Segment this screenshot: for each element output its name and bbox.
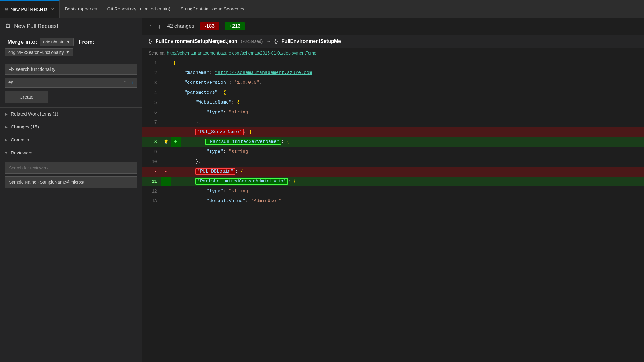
commits-section[interactable]: ▶ Commits (0, 133, 142, 146)
code-line-add-2: 11 + "PartsUnlimitedServerAdminLogin": { (142, 177, 644, 186)
merge-branch-chevron: ▼ (66, 39, 70, 44)
line-num-6: 6 (142, 108, 161, 117)
tab-bootstrapper-label: Bootstrapper.cs (65, 6, 97, 11)
info-icon[interactable]: ℹ (132, 80, 134, 86)
code-content-del-1: "PUL_ServerName": { (171, 127, 644, 137)
diff-marker-4 (161, 88, 171, 98)
schema-url[interactable]: http://schema.management.azure.com/schem… (167, 51, 316, 55)
diff-marker-10 (161, 157, 171, 167)
reviewers-label: Reviewers (11, 150, 32, 155)
code-content-del-2: "PUL_DBLogin": { (171, 167, 644, 177)
changes-label: Changes (15) (11, 124, 39, 129)
main-layout: ⚙ New Pull Request Merge into: origin/ma… (0, 18, 644, 362)
code-content-2: "$schema": "http://schema.management.azu… (171, 68, 644, 78)
related-work-items-section[interactable]: ▶ Related Work Items (1) (0, 107, 142, 120)
code-content-add-1: "PartsUnlimitedServerName": { (181, 137, 644, 147)
tab-git-repo-label: Git Repository...nlimited (main) (107, 6, 170, 11)
commits-label: Commits (11, 137, 29, 142)
schema-label: Schema: (149, 51, 166, 55)
line-num-1: 1 (142, 58, 161, 68)
merge-branch-label: origin/main (43, 39, 64, 44)
file-icon: {} (149, 39, 152, 44)
code-line-3: 3 "contentVersion": "1.0.0.0", (142, 78, 644, 88)
line-num-10: 10 (142, 157, 161, 167)
tab-bootstrapper[interactable]: Bootstrapper.cs (60, 0, 102, 18)
code-line-12: 12 "type": "string", (142, 186, 644, 196)
code-content-9: "type": "string" (171, 147, 644, 157)
tab-git-repo[interactable]: Git Repository...nlimited (main) (102, 0, 175, 18)
commits-chevron: ▶ (5, 138, 8, 142)
diff-marker-2 (161, 68, 171, 78)
line-num-12: 12 (142, 186, 161, 196)
navigate-down-button[interactable]: ↓ (158, 23, 161, 30)
code-line-4: 4 "parameters": { (142, 88, 644, 98)
line-num-4: 4 (142, 88, 161, 98)
tab-string-contain[interactable]: StringContain...oductSearch.cs (175, 0, 249, 18)
diff-marker-3 (161, 78, 171, 88)
pr-title-input[interactable] (5, 64, 137, 75)
diff-marker-add-2: + (161, 177, 171, 186)
file-arrow: → (266, 39, 271, 44)
pr-header: ⚙ New Pull Request (0, 18, 142, 35)
changes-count: 42 changes (167, 23, 194, 29)
merge-branch-select[interactable]: origin/main ▼ (40, 38, 74, 46)
line-num-7: 7 (142, 117, 161, 127)
diff-marker-6 (161, 108, 171, 117)
from-branch-select[interactable]: origin/FixSearchFunctionality ▼ (5, 48, 73, 56)
hash-icon: # (123, 80, 126, 86)
form-section: #8 # | ℹ Create (0, 59, 142, 107)
related-work-items-label: Related Work Items (1) (11, 111, 58, 116)
right-panel: ↑ ↓ 42 changes -183 +213 {} FullEnvironm… (142, 18, 644, 362)
from-branch-chevron: ▼ (66, 50, 70, 55)
code-line-13: 13 "defaultValue": "AdminUser" (142, 196, 644, 206)
line-num-del-1: - (142, 127, 161, 137)
tab-new-pr-pin: ⊞ (5, 7, 8, 11)
code-content-add-2: "PartsUnlimitedServerAdminLogin": { (171, 177, 644, 186)
navigate-up-button[interactable]: ↑ (149, 23, 152, 30)
schema-line: Schema: http://schema.management.azure.c… (142, 48, 644, 58)
tab-new-pr[interactable]: ⊞ New Pull Request ✕ (0, 0, 60, 18)
file-icon-2: {} (274, 39, 278, 44)
pr-title-label: New Pull Request (14, 23, 58, 30)
code-line-10: 10 }, (142, 157, 644, 167)
diff-marker-del-2: - (161, 167, 171, 177)
deletions-badge: -183 (200, 22, 219, 30)
reviewers-section: Sample Name · SampleName@microst (0, 159, 142, 191)
code-line-2: 2 "$schema": "http://schema.management.a… (142, 68, 644, 78)
related-work-items-chevron: ▶ (5, 112, 8, 116)
additions-badge: +213 (225, 22, 245, 30)
code-content-12: "type": "string", (171, 186, 644, 196)
from-branch-label: origin/FixSearchFunctionality (8, 50, 64, 55)
code-content-4: "parameters": { (171, 88, 644, 98)
code-content-7: }, (171, 117, 644, 127)
reviewer-item[interactable]: Sample Name · SampleName@microst (5, 176, 137, 188)
line-num-add-1: 8 (142, 137, 161, 147)
line-num-3: 3 (142, 78, 161, 88)
file-header: {} FullEnvironmentSetupMerged.json (92c3… (142, 35, 644, 48)
code-area[interactable]: 1 { 2 "$schema": "http://schema.manageme… (142, 58, 644, 362)
tab-bar: ⊞ New Pull Request ✕ Bootstrapper.cs Git… (0, 0, 644, 18)
tab-new-pr-close[interactable]: ✕ (51, 7, 55, 12)
line-num-add-2: 11 (142, 177, 161, 186)
diff-marker-bulb-1: 💡 (161, 137, 171, 147)
diff-marker-del-1: - (161, 127, 171, 137)
code-line-del-2: - - "PUL_DBLogin": { (142, 167, 644, 177)
line-num-del-2: - (142, 167, 161, 177)
create-button[interactable]: Create (5, 91, 48, 103)
changes-section[interactable]: ▶ Changes (15) (0, 120, 142, 133)
left-panel: ⚙ New Pull Request Merge into: origin/ma… (0, 18, 142, 362)
line-num-2: 2 (142, 68, 161, 78)
divider: | (129, 80, 129, 85)
diff-marker-add-1: + (171, 137, 181, 147)
line-num-9: 9 (142, 147, 161, 157)
pr-number: #8 (8, 80, 121, 85)
pr-number-row: #8 # | ℹ (5, 78, 137, 88)
code-line-1: 1 { (142, 58, 644, 68)
tab-new-pr-label: New Pull Request (10, 6, 47, 12)
diff-toolbar: ↑ ↓ 42 changes -183 +213 (142, 18, 644, 35)
code-content-10: }, (171, 157, 644, 167)
reviewers-search-input[interactable] (5, 162, 137, 174)
diff-marker-12 (161, 186, 171, 196)
changes-chevron: ▶ (5, 125, 8, 129)
reviewers-section-header[interactable]: ▶ Reviewers (0, 146, 142, 159)
